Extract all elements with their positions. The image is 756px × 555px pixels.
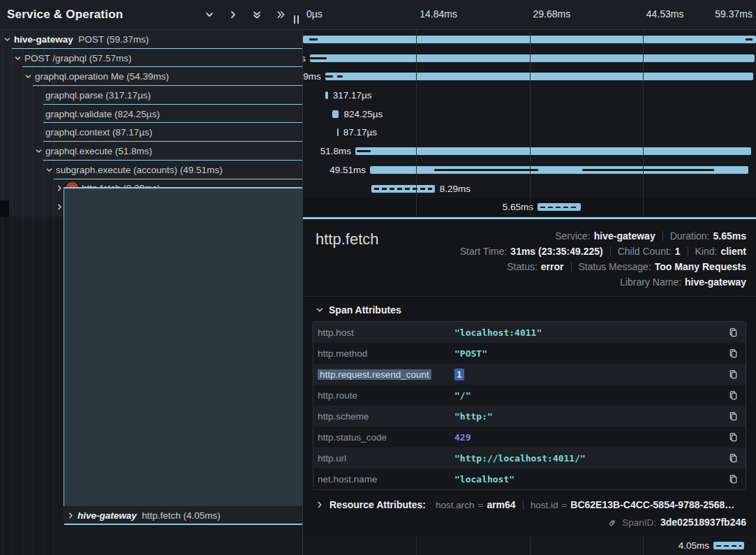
span-detail-fields: Service:hive-gatewayDuration:5.65msStart… (460, 227, 746, 289)
span-bar[interactable] (310, 54, 755, 62)
attribute-value: "localhost:4011" (454, 327, 725, 338)
span-bar[interactable] (325, 73, 753, 80)
span-duration-label: 87.17µs (343, 127, 377, 138)
resource-attributes-row[interactable]: Resource Attributes: host.arch=arm64host… (316, 499, 746, 510)
timeline-axis: 0µs14.84ms29.68ms44.53ms59.37ms (303, 0, 756, 30)
span-bar[interactable] (713, 542, 744, 549)
service-name: hive-gateway (77, 510, 137, 521)
field-label: Library Name: (620, 276, 681, 288)
copy-icon[interactable] (725, 348, 739, 359)
attribute-value: "localhost" (454, 474, 725, 484)
detail-field-line: Start Time:31ms (23:35:49.225)Child Coun… (460, 244, 746, 258)
tree-toolbar (203, 8, 287, 21)
axis-tick-label: 0µs (306, 8, 323, 20)
attribute-row: http.status_code429 (313, 427, 746, 447)
attribute-row: net.host.name"localhost" (313, 468, 746, 489)
child-span-mark (310, 57, 327, 59)
axis-tick-label: 14.84ms (420, 8, 457, 20)
span-detail-panel: http.fetch Service:hive-gatewayDuration:… (303, 217, 756, 536)
span-bar[interactable] (325, 91, 327, 99)
tree-row[interactable]: graphql.parse (317.17µs) (0, 86, 303, 105)
field-value: 1 (675, 246, 681, 257)
span-bar[interactable] (337, 128, 339, 136)
service-name: hive-gateway (14, 34, 73, 45)
span-attributes-section-header[interactable]: Span Attributes (316, 304, 746, 316)
tree-row[interactable]: graphql.execute (51.8ms) (0, 142, 303, 161)
tree-row[interactable]: graphql.validate (824.25µs) (0, 105, 303, 124)
chevron-down-icon[interactable] (203, 8, 216, 21)
child-span-mark (325, 75, 333, 77)
attribute-value: 1 (454, 369, 725, 380)
copy-icon[interactable] (725, 474, 739, 484)
selected-span-spacer (64, 187, 303, 506)
tree-row[interactable]: hive-gateway http.fetch (4.05ms) (64, 506, 303, 525)
chevron-right-icon[interactable] (227, 8, 239, 21)
span-label: graphql.operation Me (54.39ms) (35, 71, 169, 82)
chevron-right-icon (316, 501, 324, 509)
span-bar[interactable] (332, 110, 339, 118)
section-title: Span Attributes (329, 304, 401, 316)
child-span-mark (309, 38, 318, 40)
gridline (530, 0, 531, 217)
copy-icon[interactable] (725, 432, 739, 443)
span-label: graphql.parse (317.17µs) (45, 90, 151, 101)
link-icon[interactable] (608, 517, 618, 527)
chevron-down-icon[interactable] (13, 54, 22, 62)
chevron-right-icon[interactable] (55, 203, 64, 212)
span-label: hive-gateway http.fetch (4.05ms) (77, 510, 221, 521)
span-duration-label: 8.29ms (440, 184, 470, 194)
field-value: error (541, 261, 564, 272)
span-duration-label: 4.05ms (679, 540, 709, 551)
attribute-value: 429 (454, 432, 725, 443)
field-value: 5.65ms (713, 230, 746, 242)
resource-attributes-items: host.arch=arm64host.id=BC62E13B-C4CC-585… (436, 499, 734, 510)
field-label: Status: (507, 261, 538, 272)
span-duration-label: 824.25µs (343, 109, 383, 119)
span-bar[interactable] (538, 203, 581, 211)
detail-field-line: Service:hive-gatewayDuration:5.65ms (555, 229, 746, 243)
child-span-mark (746, 38, 753, 40)
span-duration-label: 5.65ms (503, 202, 533, 212)
detail-field-line: Status:errorStatus Message:Too Many Requ… (507, 260, 746, 274)
double-chevron-down-icon[interactable] (251, 8, 263, 21)
chevron-right-icon[interactable] (55, 184, 64, 193)
copy-icon[interactable] (725, 453, 739, 464)
span-bar[interactable] (355, 147, 751, 155)
gridline (643, 536, 644, 555)
chevron-down-icon[interactable] (45, 165, 53, 174)
expander-spacer (34, 128, 43, 137)
tree-row[interactable]: hive-gateway POST (59.37ms) (0, 30, 303, 49)
pane-resize-handle[interactable] (294, 15, 299, 24)
span-label: graphql.execute (51.8ms) (45, 146, 152, 156)
tree-row[interactable]: graphql.context (87.17µs) (0, 123, 303, 142)
resource-key: host.id (531, 500, 558, 510)
chevron-down-icon[interactable] (34, 147, 43, 155)
tree-row[interactable]: POST /graphql (57.57ms) (0, 49, 303, 68)
span-label: POST /graphql (57.57ms) (24, 53, 132, 64)
resource-value: BC62E13B-C4CC-5854-9788-2568… (570, 499, 734, 510)
child-span-mark (357, 150, 371, 152)
field-label: Service: (555, 230, 591, 242)
span-detail-header: http.fetch Service:hive-gatewayDuration:… (316, 227, 746, 289)
gridline (416, 536, 417, 555)
copy-icon[interactable] (725, 390, 739, 401)
chevron-down-icon[interactable] (24, 73, 32, 81)
span-duration-label: 54.39ms (303, 71, 321, 82)
copy-icon[interactable] (725, 369, 739, 380)
expander-spacer (34, 110, 43, 118)
span-label: subgraph.execute (accounts) (49.51ms) (56, 165, 223, 175)
tree-row[interactable]: graphql.operation Me (54.39ms) (0, 67, 303, 86)
chevron-down-icon[interactable] (3, 35, 11, 43)
span-bar[interactable] (370, 166, 748, 174)
attribute-value: "http:" (454, 411, 725, 422)
double-chevron-right-icon[interactable] (274, 8, 287, 21)
copy-icon[interactable] (725, 411, 739, 422)
span-id-label: SpanID: (622, 517, 656, 528)
span-label: hive-gateway POST (59.37ms) (14, 34, 149, 45)
span-bar[interactable] (371, 185, 435, 193)
detail-field-line: Library Name:hive-gateway (620, 275, 746, 289)
tree-row[interactable]: subgraph.execute (accounts) (49.51ms) (0, 161, 303, 179)
attribute-row: http.scheme"http:" (313, 406, 746, 427)
copy-icon[interactable] (725, 327, 739, 338)
chevron-right-icon[interactable] (66, 511, 75, 519)
